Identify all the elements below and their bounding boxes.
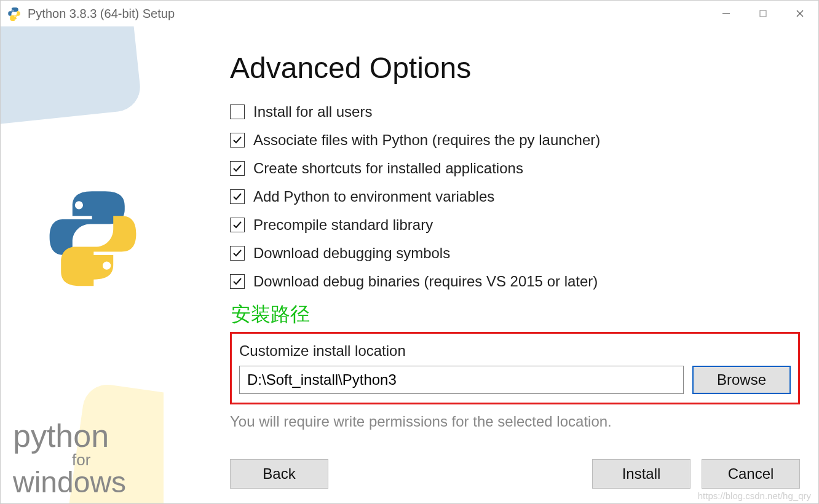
sidebar: python for windows <box>1 26 164 503</box>
option-row: Add Python to environment variables <box>230 188 800 205</box>
decorative-shape-top <box>1 26 143 128</box>
install-location-section: Customize install location Browse <box>230 332 800 404</box>
option-row: Precompile standard library <box>230 216 800 234</box>
option-checkbox[interactable] <box>230 246 245 261</box>
customize-location-label: Customize install location <box>239 342 791 360</box>
brand-line1: python <box>13 420 126 452</box>
window-controls <box>708 1 818 26</box>
cancel-button[interactable]: Cancel <box>702 459 800 489</box>
python-logo-icon <box>41 183 145 288</box>
browse-button[interactable]: Browse <box>692 366 791 394</box>
back-button[interactable]: Back <box>230 459 328 489</box>
python-app-icon <box>7 6 22 21</box>
option-label: Install for all users <box>253 103 372 120</box>
window-title: Python 3.8.3 (64-bit) Setup <box>28 7 708 21</box>
footer-buttons: Back Install Cancel <box>230 459 800 489</box>
option-row: Create shortcuts for installed applicati… <box>230 160 800 177</box>
option-checkbox[interactable] <box>230 104 245 119</box>
watermark-text: https://blog.csdn.net/hg_qry <box>698 490 811 501</box>
option-label: Download debug binaries (requires VS 201… <box>253 273 598 290</box>
annotation-install-path: 安装路径 <box>231 301 800 328</box>
maximize-button[interactable] <box>745 1 781 26</box>
options-list: Install for all usersAssociate files wit… <box>230 103 800 290</box>
option-checkbox[interactable] <box>230 189 245 204</box>
titlebar: Python 3.8.3 (64-bit) Setup <box>1 1 818 26</box>
option-row: Associate files with Python (requires th… <box>230 132 800 149</box>
option-label: Associate files with Python (requires th… <box>253 132 600 149</box>
svg-rect-1 <box>760 10 766 17</box>
main-panel: Advanced Options Install for all usersAs… <box>164 26 818 503</box>
option-checkbox[interactable] <box>230 218 245 232</box>
option-label: Create shortcuts for installed applicati… <box>253 160 523 177</box>
option-label: Download debugging symbols <box>253 245 450 262</box>
brand-text: python for windows <box>13 420 126 497</box>
option-checkbox[interactable] <box>230 161 245 176</box>
minimize-button[interactable] <box>708 1 745 26</box>
install-path-input[interactable] <box>239 366 684 394</box>
option-label: Precompile standard library <box>253 216 433 234</box>
installer-window: Python 3.8.3 (64-bit) Setup python for w… <box>0 0 819 504</box>
option-row: Download debug binaries (requires VS 201… <box>230 273 800 290</box>
page-title: Advanced Options <box>230 51 800 85</box>
option-checkbox[interactable] <box>230 133 245 148</box>
permissions-hint: You will require write permissions for t… <box>230 413 800 430</box>
option-label: Add Python to environment variables <box>253 188 494 205</box>
close-button[interactable] <box>781 1 818 26</box>
brand-line3: windows <box>13 468 126 497</box>
option-row: Install for all users <box>230 103 800 120</box>
option-row: Download debugging symbols <box>230 245 800 262</box>
option-checkbox[interactable] <box>230 274 245 289</box>
install-button[interactable]: Install <box>592 459 690 489</box>
